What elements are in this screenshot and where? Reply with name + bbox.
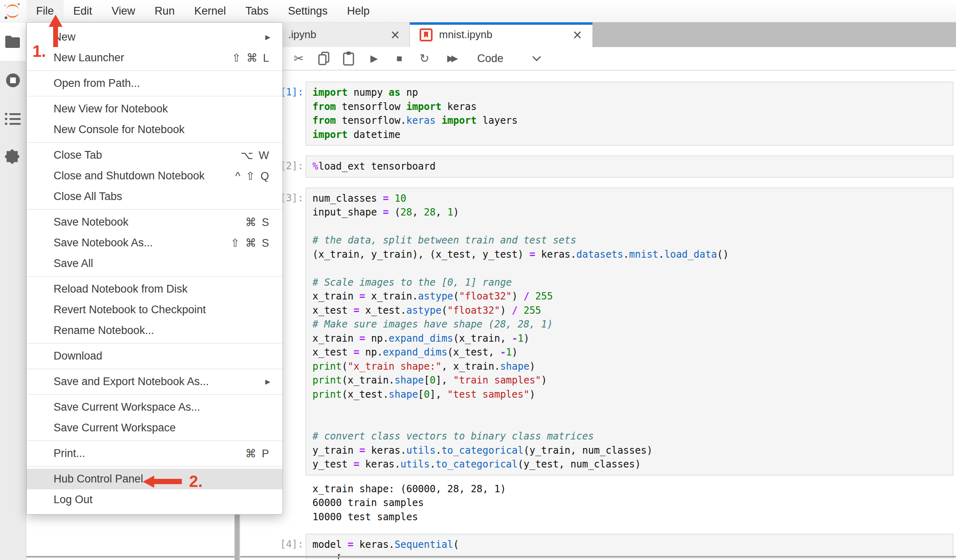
file-menu-item[interactable]: Save Notebook⌘ S <box>27 212 282 233</box>
menu-item-label: Save Notebook As... <box>54 237 153 249</box>
file-menu-item[interactable]: Reload Notebook from Disk <box>27 279 282 299</box>
jupyter-logo-icon[interactable] <box>3 2 22 20</box>
menu-separator <box>27 142 282 143</box>
sidebar-item-files[interactable] <box>0 22 26 61</box>
menu-separator <box>27 276 282 277</box>
annotation-arrow-left: 2. <box>143 472 202 491</box>
tab-label: mnist.ipynb <box>439 28 493 41</box>
menu-item-label: New Launcher <box>54 52 124 64</box>
notebook-cell: [1]:import numpy as npfrom tensorflow im… <box>240 82 956 146</box>
file-menu-item[interactable]: Save Current Workspace <box>27 418 282 438</box>
notebook-cell: [2]:%load_ext tensorboard <box>240 155 956 178</box>
tab-label: .ipynb <box>288 28 316 41</box>
menubar-item-run[interactable]: Run <box>145 0 185 22</box>
menu-item-label: Download <box>54 350 102 362</box>
menu-item-label: Print... <box>54 447 85 460</box>
file-menu-item[interactable]: Save Notebook As...⇧ ⌘ S <box>27 233 282 253</box>
file-menu-item[interactable]: Close Tab⌥ W <box>27 145 282 166</box>
menu-item-shortcut: ⌥ W <box>241 149 270 162</box>
sidebar-item-running-kernels[interactable] <box>0 61 26 99</box>
menubar-item-help[interactable]: Help <box>337 0 379 22</box>
menu-item-label: Revert Notebook to Checkpoint <box>54 304 206 316</box>
menu-item-label: Reload Notebook from Disk <box>54 283 187 295</box>
menubar-item-edit[interactable]: Edit <box>64 0 102 22</box>
file-menu-item[interactable]: Save Current Workspace As... <box>27 397 282 418</box>
notebook-icon <box>420 28 433 41</box>
menu-item-label: Save Current Workspace As... <box>54 401 200 414</box>
close-icon[interactable]: × <box>391 27 400 43</box>
cell-type-dropdown[interactable]: Code <box>477 52 504 65</box>
file-menu-item[interactable]: Log Out <box>27 489 282 510</box>
file-menu-item[interactable]: New Console for Notebook <box>27 119 282 140</box>
menubar-item-kernel[interactable]: Kernel <box>185 0 236 22</box>
menu-item-shortcut: ⌘ P <box>245 447 270 460</box>
chevron-down-icon[interactable] <box>532 52 540 61</box>
menu-item-shortcut: ⇧ ⌘ L <box>232 52 270 65</box>
file-menu-item[interactable]: Save All <box>27 253 282 274</box>
notebook-content: [1]:import numpy as npfrom tensorflow im… <box>240 71 956 559</box>
menu-item-label: Close All Tabs <box>54 190 122 203</box>
copy-icon[interactable] <box>317 51 330 66</box>
menu-item-label: Log Out <box>54 493 93 506</box>
submenu-arrow-icon: ▶ <box>265 33 270 41</box>
file-menu-item[interactable]: New Launcher⇧ ⌘ L <box>27 47 282 68</box>
menu-item-label: Close and Shutdown Notebook <box>54 170 205 182</box>
menu-item-label: Save and Export Notebook As... <box>54 375 209 388</box>
fast-forward-icon[interactable]: ▶▶ <box>443 53 459 64</box>
notebook-cell: [4]:model = keras.Sequential( [ <box>240 534 956 559</box>
code-cell-editor[interactable]: model = keras.Sequential( [ <box>306 534 954 559</box>
menubar-item-tabs[interactable]: Tabs <box>236 0 278 22</box>
paste-icon[interactable] <box>342 51 355 66</box>
left-activity-bar <box>0 22 26 560</box>
file-browser-icon <box>4 34 22 50</box>
annotation-step-1: 1. <box>32 42 46 60</box>
file-menu-item[interactable]: Download <box>27 346 282 366</box>
menu-separator <box>27 96 282 97</box>
code-cell-editor[interactable]: %load_ext tensorboard <box>306 155 954 178</box>
stop-icon[interactable]: ■ <box>393 53 406 64</box>
extensions-icon <box>4 149 22 166</box>
annotation-step-2: 2. <box>189 472 202 491</box>
menu-item-label: Rename Notebook... <box>54 324 154 337</box>
close-icon[interactable]: × <box>573 27 582 43</box>
cell-output: x_train shape: (60000, 28, 28, 1)60000 t… <box>306 482 954 524</box>
annotation-arrow-up <box>49 15 62 47</box>
menu-item-label: Save Current Workspace <box>54 422 176 434</box>
file-menu-item[interactable]: New▶ <box>27 27 282 47</box>
file-menu-item[interactable]: Rename Notebook... <box>27 320 282 341</box>
tab-mnist-notebook[interactable]: mnist.ipynb × <box>410 22 592 47</box>
menu-item-label: Open from Path... <box>54 77 140 90</box>
file-menu-item[interactable]: Open from Path... <box>27 73 282 94</box>
file-menu-item[interactable]: Close All Tabs <box>27 186 282 207</box>
menu-item-shortcut: ⌘ S <box>245 216 270 229</box>
menu-separator <box>27 209 282 210</box>
panel-bottom-border <box>26 556 956 558</box>
menu-item-label: New View for Notebook <box>54 103 168 115</box>
menu-separator <box>27 343 282 344</box>
sidebar-item-extensions[interactable] <box>0 138 26 177</box>
menubar-item-view[interactable]: View <box>102 0 145 22</box>
menu-item-label: Close Tab <box>54 149 102 162</box>
file-menu-item[interactable]: Revert Notebook to Checkpoint <box>27 299 282 320</box>
menu-item-label: Save Notebook <box>54 216 129 228</box>
code-cell-editor[interactable]: num_classes = 10input_shape = (28, 28, 1… <box>306 187 954 476</box>
file-menu-item[interactable]: Print...⌘ P <box>27 443 282 464</box>
sidebar-item-table-of-contents[interactable] <box>0 99 26 138</box>
file-menu-item[interactable]: Save and Export Notebook As...▶ <box>27 371 282 392</box>
menu-item-label: New Console for Notebook <box>54 123 185 136</box>
menu-separator <box>27 466 282 467</box>
code-cell-editor[interactable]: import numpy as npfrom tensorflow import… <box>306 82 954 146</box>
run-icon[interactable]: ▶ <box>368 53 381 64</box>
cell-prompt: [4]: <box>240 534 306 559</box>
menu-item-label: Hub Control Panel <box>54 473 143 485</box>
file-menu-item[interactable]: Close and Shutdown Notebook^ ⇧ Q <box>27 166 282 186</box>
file-menu-dropdown: New▶New Launcher⇧ ⌘ LOpen from Path...Ne… <box>26 22 283 515</box>
cut-icon[interactable]: ✂ <box>292 52 305 65</box>
file-menu-item[interactable]: New View for Notebook <box>27 99 282 119</box>
menubar-item-settings[interactable]: Settings <box>278 0 338 22</box>
restart-icon[interactable]: ↻ <box>418 52 431 65</box>
main-dock-panel: .ipynb × mnist.ipynb × ✂▶■↻▶▶ Code [1]:i… <box>240 22 956 560</box>
menu-separator <box>27 440 282 441</box>
menu-bar: FileEditViewRunKernelTabsSettingsHelp <box>0 0 956 22</box>
menu-item-shortcut: ^ ⇧ Q <box>235 170 270 183</box>
